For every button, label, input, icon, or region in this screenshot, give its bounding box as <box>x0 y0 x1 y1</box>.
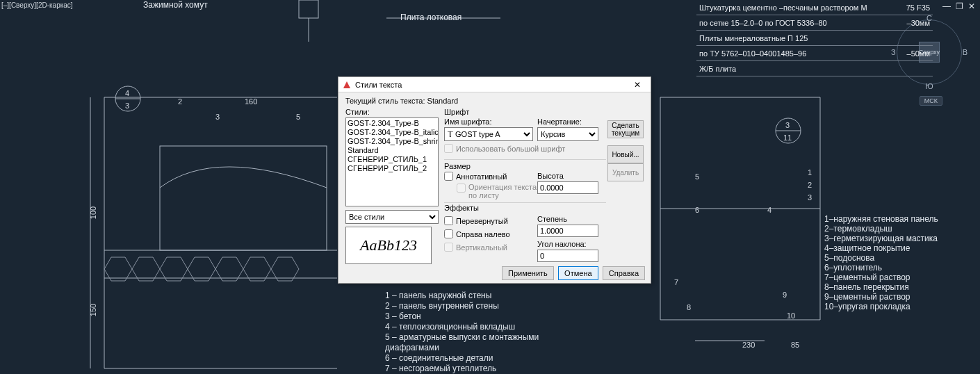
label-plate: Плита лотковая <box>400 13 462 22</box>
set-current-button[interactable]: Сделать текущим <box>607 120 644 138</box>
window-controls: — ❐ ✕ <box>938 0 980 13</box>
style-item[interactable]: GOST-2.304_Type-B_italic <box>348 128 436 137</box>
spec-table: Штукатурка цементно –песчаным раствором … <box>696 0 933 76</box>
ref-11: 11 <box>783 133 792 142</box>
dim-2: 2 <box>178 97 182 106</box>
upside-down-checkbox-input[interactable] <box>444 216 453 225</box>
new-style-button[interactable]: Новый... <box>607 145 644 163</box>
legend-row: 3–герметизирующая мастика <box>824 234 938 243</box>
font-face-label: Начертание: <box>537 117 582 126</box>
ref-3: 3 <box>125 101 129 110</box>
bigfont-checkbox-input <box>444 144 453 153</box>
spec-row: Ж/Б плита <box>696 61 933 76</box>
dim-5: 5 <box>296 113 300 121</box>
leader-7: 7 <box>674 278 678 286</box>
dialog-title: Стили текста <box>355 81 624 89</box>
legend-right: 1–наружняя стеновая панель 2–термовклады… <box>824 214 938 311</box>
styles-label: Стили: <box>345 108 370 116</box>
style-filter-select[interactable]: Все стили <box>345 210 439 224</box>
current-style-label: Текущий стиль текста: Standard <box>345 97 644 105</box>
leader-6: 6 <box>695 206 699 214</box>
legend-row: 6 – соединительные детали <box>385 353 539 364</box>
spec-row: по ТУ 5762–010–04001485–96–50мм <box>696 46 933 61</box>
style-item[interactable]: GOST-2.304_Type-B_shrink <box>348 137 436 146</box>
help-button[interactable]: Справка <box>603 266 645 280</box>
legend-row: 6–уплотнитель <box>824 263 938 273</box>
dim-100: 100 <box>89 206 97 219</box>
style-item[interactable]: GOST-2.304_Type-B <box>348 119 436 128</box>
viewcube-south[interactable]: Ю <box>925 82 933 90</box>
svg-rect-6 <box>160 146 327 250</box>
legend-row: 5 – арматурные выпуски с монтажными <box>385 332 539 343</box>
size-group-label: Размер <box>444 162 606 170</box>
window-close-button[interactable]: ✕ <box>966 1 977 11</box>
cancel-button[interactable]: Отмена <box>558 266 598 280</box>
delete-style-button: Удалить <box>607 163 644 181</box>
dim-3: 3 <box>215 113 220 121</box>
viewcube-east[interactable]: В <box>963 48 967 56</box>
dim-85: 85 <box>791 341 799 349</box>
spec-row: по сетке 15–2.0–0 по ГОСТ 5336–80–30мм <box>696 15 933 31</box>
oblique-angle-input[interactable] <box>537 250 598 262</box>
orient-checkbox-input <box>457 184 466 193</box>
dialog-footer: Применить Отмена Справка <box>338 263 651 283</box>
style-preview: AaBb123 <box>345 227 432 264</box>
legend-row: 9–цементный раствор <box>824 292 938 302</box>
text-style-dialog: Стили текста ✕ Текущий стиль текста: Sta… <box>338 76 651 284</box>
maximize-button[interactable]: ❐ <box>954 1 965 11</box>
width-factor-input[interactable] <box>537 225 598 237</box>
dialog-close-button[interactable]: ✕ <box>628 78 646 92</box>
leader-2: 2 <box>808 181 812 189</box>
font-group-label: Шрифт <box>444 108 606 116</box>
autocad-logo-icon <box>343 81 351 89</box>
oblique-angle-label: Угол наклона: <box>537 240 587 248</box>
style-item[interactable]: СГЕНЕРИР_СТИЛЬ_2 <box>348 164 436 173</box>
dim-160: 160 <box>245 97 257 106</box>
height-input[interactable] <box>537 181 598 194</box>
ref-3b: 3 <box>785 121 790 129</box>
apply-button[interactable]: Применить <box>502 266 554 280</box>
legend-row: 1 – панель наружной стены <box>385 291 539 301</box>
effects-group-label: Эффекты <box>444 204 606 212</box>
annotative-checkbox[interactable]: Аннотативный <box>444 172 507 181</box>
legend-row: 1–наружняя стеновая панель <box>824 214 938 224</box>
leader-1: 1 <box>808 168 812 177</box>
ref-4: 4 <box>125 89 129 97</box>
font-name-select[interactable]: 𝕋 GOST type A <box>444 127 533 141</box>
font-name-label: Имя шрифта: <box>444 117 491 126</box>
leader-9: 9 <box>783 291 787 299</box>
legend-row: 4 – теплоизоляционный вкладыш <box>385 322 539 332</box>
label-clamp: Зажимной хомут <box>143 0 208 10</box>
annotative-checkbox-input[interactable] <box>444 172 453 181</box>
legend-row: 10–упругая прокладка <box>824 302 938 311</box>
dialog-titlebar[interactable]: Стили текста ✕ <box>338 77 651 92</box>
height-label: Высота <box>537 172 564 180</box>
legend-center: 1 – панель наружной стены 2 – панель вну… <box>385 291 539 374</box>
leader-4: 4 <box>767 206 771 214</box>
leader-3: 3 <box>808 193 812 202</box>
vertical-checkbox-input <box>444 243 453 252</box>
minimize-button[interactable]: — <box>941 1 952 11</box>
legend-row: 2–термовкладыш <box>824 224 938 234</box>
legend-row: 2 – панель внутренней стены <box>385 301 539 311</box>
bigfont-checkbox: Использовать большой шрифт <box>444 144 565 153</box>
legend-row: 5–подоснова <box>824 253 938 263</box>
leader-10: 10 <box>787 311 795 320</box>
rtl-checkbox-input[interactable] <box>444 229 453 238</box>
styles-listbox[interactable]: GOST-2.304_Type-B GOST-2.304_Type-B_ital… <box>345 117 439 206</box>
leader-5: 5 <box>695 172 699 181</box>
legend-row: 4–защитное покрытие <box>824 243 938 253</box>
style-item[interactable]: Standard <box>348 146 436 155</box>
legend-row: диафрагмами <box>385 343 539 353</box>
dim-230: 230 <box>742 341 755 349</box>
spec-row: Плиты минераловатные П 125 <box>696 31 933 46</box>
legend-row: 7–цементный раствор <box>824 273 938 282</box>
style-item[interactable]: СГЕНЕРИР_СТИЛЬ_1 <box>348 155 436 164</box>
font-face-select[interactable]: Курсив <box>537 127 598 141</box>
viewport-label[interactable]: [–][Сверху][2D-каркас] <box>1 1 73 9</box>
legend-row: 3 – бетон <box>385 311 539 322</box>
wcs-badge[interactable]: МСК <box>920 96 942 106</box>
svg-rect-7 <box>299 0 318 18</box>
orient-checkbox: Ориентация текста по листу <box>457 183 538 200</box>
leader-8: 8 <box>687 303 691 311</box>
